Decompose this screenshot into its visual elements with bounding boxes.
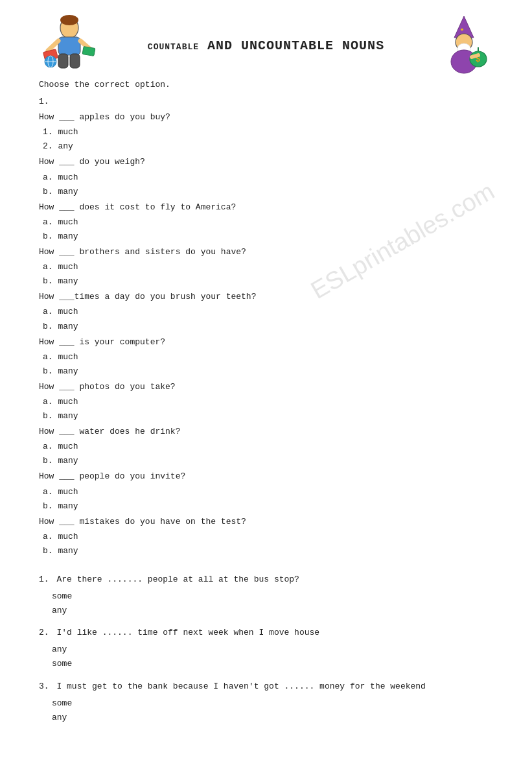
question-9: How ___ people do you invite? a. much b.… — [39, 469, 493, 513]
question-5: How ___times a day do you brush your tee… — [39, 290, 493, 333]
question-4: How ___ brothers and sisters do you have… — [39, 245, 493, 289]
q2-opt1: a. much — [43, 171, 493, 185]
q9-opt2: b. many — [43, 499, 493, 514]
q6-text: How ___ is your computer? — [39, 335, 493, 349]
q7-opt2: b. many — [43, 409, 493, 423]
svg-line-19 — [472, 55, 478, 57]
section2: 1. Are there ....... people at all at th… — [39, 573, 493, 725]
q8-opt2: b. many — [43, 454, 493, 468]
q10-text: How ___ mistakes do you have on the test… — [39, 515, 493, 529]
q3-opt2: b. many — [43, 230, 493, 244]
s2-q1-opt1: some — [52, 589, 493, 604]
q5-opt1: a. much — [43, 305, 493, 319]
left-cartoon — [39, 15, 104, 77]
s2-question-3: 3. I must get to the bank because I have… — [39, 680, 493, 725]
s2-question-1: 1. Are there ....... people at all at th… — [39, 573, 493, 618]
question-7: How ___ photos do you take? a. much b. m… — [39, 380, 493, 423]
left-cartoon-img — [39, 15, 100, 77]
q9-opt1: a. much — [43, 485, 493, 499]
q3-opt1: a. much — [43, 215, 493, 230]
q6-opt1: a. much — [43, 350, 493, 364]
svg-text:★: ★ — [460, 26, 464, 33]
q5-text: How ___times a day do you brush your tee… — [39, 290, 493, 304]
q1-opt1: 1. much — [43, 125, 493, 139]
s2-q2-opt2: some — [52, 657, 493, 671]
svg-rect-5 — [58, 54, 68, 68]
question-6: How ___ is your computer? a. much b. man… — [39, 335, 493, 379]
q2-opt2: b. many — [43, 185, 493, 199]
question-1: How ___ apples do you buy? 1. much 2. an… — [39, 110, 493, 154]
q9-text: How ___ people do you invite? — [39, 469, 493, 484]
right-cartoon: $ ★ — [428, 15, 493, 77]
q6-opt2: b. many — [43, 364, 493, 379]
q5-opt2: b. many — [43, 320, 493, 334]
q10-opt2: b. many — [43, 544, 493, 558]
q4-opt1: a. much — [43, 260, 493, 274]
svg-rect-6 — [70, 54, 80, 68]
s2-q3-opt1: some — [52, 696, 493, 711]
section1: Choose the correct option. 1. How ___ ap… — [39, 78, 493, 558]
q7-opt1: a. much — [43, 395, 493, 409]
instruction: Choose the correct option. — [39, 78, 493, 92]
q3-text: How ___ does it cost to fly to America? — [39, 200, 493, 215]
svg-point-1 — [60, 15, 78, 25]
q7-text: How ___ photos do you take? — [39, 380, 493, 394]
question-3: How ___ does it cost to fly to America? … — [39, 200, 493, 244]
section1-number: 1. — [39, 95, 493, 109]
s2-q2-opt1: any — [52, 643, 493, 657]
s2-q2-text: 2. I'd like ...... time off next week wh… — [39, 626, 493, 640]
s2-q3-text: 3. I must get to the bank because I have… — [39, 680, 493, 694]
right-cartoon-img: $ ★ — [432, 15, 493, 77]
question-10: How ___ mistakes do you have on the test… — [39, 515, 493, 558]
main-content: Choose the correct option. 1. How ___ ap… — [39, 78, 493, 725]
svg-line-3 — [48, 41, 58, 51]
svg-rect-2 — [58, 37, 80, 55]
q1-opt2: 2. any — [43, 139, 493, 154]
s2-q3-opt2: any — [52, 711, 493, 725]
q4-text: How ___ brothers and sisters do you have… — [39, 245, 493, 259]
svg-rect-8 — [82, 46, 95, 56]
page-title: countable AND UNCOUNTABLE NOUNS — [104, 38, 428, 53]
q10-opt1: a. much — [43, 530, 493, 544]
q1-text: How ___ apples do you buy? — [39, 110, 493, 124]
q8-text: How ___ water does he drink? — [39, 425, 493, 439]
q8-opt1: a. much — [43, 440, 493, 454]
q2-text: How ___ do you weigh? — [39, 155, 493, 169]
s2-q1-text: 1. Are there ....... people at all at th… — [39, 573, 493, 587]
s2-question-2: 2. I'd like ...... time off next week wh… — [39, 626, 493, 671]
q4-opt2: b. many — [43, 274, 493, 289]
page-header: countable AND UNCOUNTABLE NOUNS $ ★ — [39, 13, 493, 78]
question-8: How ___ water does he drink? a. much b. … — [39, 425, 493, 468]
question-2: How ___ do you weigh? a. much b. many — [39, 155, 493, 198]
s2-q1-opt2: any — [52, 604, 493, 618]
